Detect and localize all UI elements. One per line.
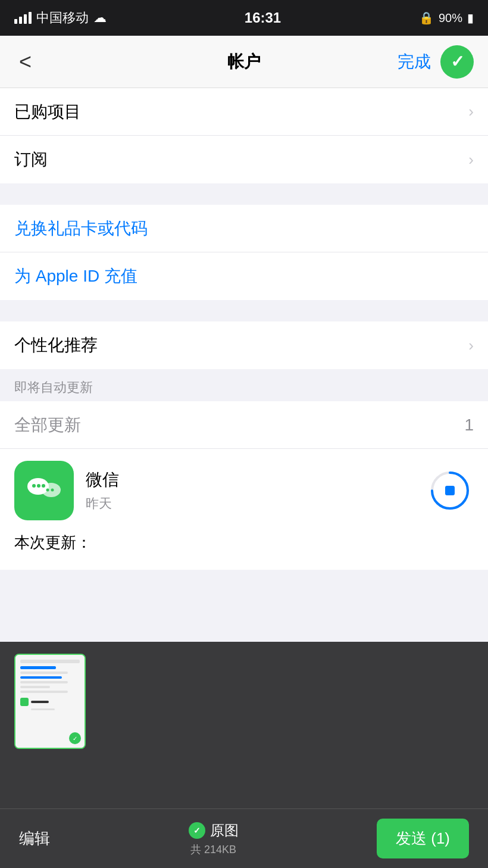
original-size: 共 214KB bbox=[190, 842, 236, 857]
wechat-app-icon bbox=[14, 461, 74, 520]
progress-ring-svg bbox=[428, 469, 471, 512]
personalized-section: 个性化推荐 › bbox=[0, 321, 488, 369]
original-toggle[interactable]: ✓ 原图 共 214KB bbox=[189, 821, 239, 857]
update-progress-indicator[interactable] bbox=[426, 467, 474, 514]
signal-icon bbox=[14, 12, 32, 24]
app-name: 微信 bbox=[86, 469, 414, 491]
svg-rect-9 bbox=[445, 486, 455, 495]
status-left: 中国移动 ☁ bbox=[14, 9, 107, 27]
original-toggle-top: ✓ 原图 bbox=[189, 821, 239, 840]
action-section: 兑换礼品卡或代码 为 Apple ID 充值 bbox=[0, 205, 488, 300]
update-desc-title: 本次更新： bbox=[14, 532, 474, 553]
topup-item[interactable]: 为 Apple ID 充值 bbox=[0, 252, 488, 300]
wifi-icon: ☁ bbox=[93, 10, 107, 26]
status-bar: 中国移动 ☁ 16:31 🔒 90% ▮ bbox=[0, 0, 488, 36]
edit-button[interactable]: 编辑 bbox=[19, 828, 50, 849]
topup-label: 为 Apple ID 充值 bbox=[14, 265, 137, 288]
lock-icon: 🔒 bbox=[419, 11, 434, 25]
redeem-label: 兑换礼品卡或代码 bbox=[14, 217, 148, 240]
svg-point-5 bbox=[46, 489, 49, 492]
screenshot-thumbnail[interactable]: ✓ bbox=[14, 654, 86, 749]
personalized-label: 个性化推荐 bbox=[14, 334, 98, 357]
menu-section-1: 已购项目 › 订阅 › bbox=[0, 88, 488, 183]
subscription-item[interactable]: 订阅 › bbox=[0, 136, 488, 183]
app-update-row: 微信 昨天 bbox=[0, 449, 488, 532]
share-toolbar: 编辑 ✓ 原图 共 214KB 发送 (1) bbox=[0, 808, 488, 868]
page-title: 帐户 bbox=[227, 51, 261, 73]
app-date: 昨天 bbox=[86, 495, 414, 513]
wechat-icon-svg bbox=[23, 470, 65, 511]
nav-bar: < 帐户 完成 ✓ bbox=[0, 36, 488, 88]
purchased-chevron: › bbox=[468, 102, 474, 121]
back-button[interactable]: < bbox=[14, 45, 36, 79]
carrier-label: 中国移动 bbox=[36, 9, 89, 27]
update-count: 1 bbox=[464, 416, 474, 435]
subscription-chevron: › bbox=[468, 151, 474, 169]
status-right: 🔒 90% ▮ bbox=[419, 11, 474, 25]
gap-1 bbox=[0, 183, 488, 205]
auto-update-header: 即将自动更新 bbox=[0, 369, 488, 401]
svg-point-6 bbox=[51, 489, 54, 492]
app-info: 微信 昨天 bbox=[86, 469, 414, 513]
update-description: 本次更新： bbox=[0, 532, 488, 570]
original-label: 原图 bbox=[210, 821, 239, 840]
bottom-share-panel: ✓ 编辑 ✓ 原图 共 214KB 发送 (1) bbox=[0, 642, 488, 868]
battery-icon: ▮ bbox=[467, 11, 474, 25]
personalized-item[interactable]: 个性化推荐 › bbox=[0, 321, 488, 369]
subscription-label: 订阅 bbox=[14, 148, 48, 171]
redeem-item[interactable]: 兑换礼品卡或代码 bbox=[0, 205, 488, 252]
status-time: 16:31 bbox=[245, 10, 281, 26]
battery-label: 90% bbox=[439, 11, 462, 25]
gap-2 bbox=[0, 300, 488, 321]
screenshot-area: ✓ bbox=[0, 642, 488, 808]
svg-point-2 bbox=[32, 484, 36, 488]
done-check-button[interactable]: ✓ bbox=[440, 45, 474, 79]
done-button[interactable]: 完成 bbox=[398, 51, 431, 73]
update-all-section: 全部更新 1 微信 昨天 bbox=[0, 401, 488, 570]
purchased-item[interactable]: 已购项目 › bbox=[0, 88, 488, 136]
svg-point-3 bbox=[37, 484, 40, 488]
send-button[interactable]: 发送 (1) bbox=[377, 819, 469, 858]
personalized-chevron: › bbox=[468, 336, 474, 355]
check-icon: ✓ bbox=[451, 52, 464, 71]
update-all-label: 全部更新 bbox=[14, 414, 81, 436]
svg-point-4 bbox=[42, 484, 45, 488]
original-check-icon: ✓ bbox=[189, 822, 205, 839]
purchased-label: 已购项目 bbox=[14, 101, 81, 123]
update-all-row[interactable]: 全部更新 1 bbox=[0, 401, 488, 449]
